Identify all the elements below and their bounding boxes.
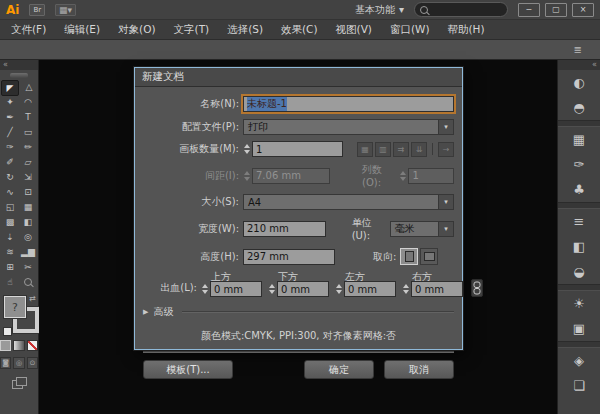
menu-edit[interactable]: 编辑(E) — [55, 20, 109, 39]
width-input[interactable]: 210 mm — [243, 221, 326, 237]
cancel-button[interactable]: 取消 — [384, 360, 454, 379]
workspace-switcher[interactable]: 基本功能 ▾ — [355, 3, 404, 17]
appearance-panel-icon[interactable]: ☀ — [558, 291, 600, 316]
bleed-bottom-stepper[interactable] — [268, 284, 276, 294]
menu-object[interactable]: 对象(O) — [109, 20, 164, 39]
brushes-panel-icon[interactable]: ✑ — [558, 152, 600, 177]
units-select[interactable]: 毫米 ▾ — [390, 221, 454, 237]
bleed-top-stepper[interactable] — [201, 284, 209, 294]
search-input[interactable] — [428, 4, 492, 16]
eyedropper-tool[interactable]: ⇣ — [2, 230, 18, 244]
menu-help[interactable]: 帮助(H) — [439, 20, 494, 39]
landscape-button[interactable] — [420, 248, 438, 265]
templates-button[interactable]: 模板(T)... — [143, 360, 233, 379]
scale-tool[interactable]: ⇲ — [20, 170, 36, 184]
bridge-button[interactable]: Br — [29, 4, 45, 16]
pen-tool[interactable]: ✒ — [2, 110, 18, 124]
eraser-tool[interactable]: ▱ — [20, 155, 36, 169]
width-tool[interactable]: ∿ — [2, 185, 18, 199]
symbols-panel-icon[interactable]: ♣ — [558, 177, 600, 202]
lasso-tool[interactable]: ◠ — [20, 95, 36, 109]
column-graph-tool[interactable]: ▂▆ — [20, 245, 36, 259]
name-input[interactable]: 未标题-1 — [243, 96, 454, 112]
height-input[interactable]: 297 mm — [243, 249, 335, 265]
arrange-by-column-icon[interactable]: ⇊ — [411, 142, 427, 157]
swatches-panel-icon[interactable]: ▦ — [558, 127, 600, 152]
type-tool[interactable]: T — [20, 110, 36, 124]
menu-window[interactable]: 窗口(W) — [381, 20, 439, 39]
magic-wand-tool[interactable]: ✦ — [2, 95, 18, 109]
menu-view[interactable]: 视图(V) — [327, 20, 381, 39]
color-guide-panel-icon[interactable]: ◓ — [558, 95, 600, 120]
canvas[interactable]: 新建文档 名称(N): 未标题-1 配置文件(P): 打印 ▾ — [39, 60, 557, 414]
close-button[interactable]: × — [572, 3, 594, 17]
gradient-tool[interactable]: ◧ — [20, 215, 36, 229]
none-button[interactable] — [27, 340, 38, 351]
ok-button[interactable]: 确定 — [304, 360, 374, 379]
artboards-input[interactable]: 1 — [252, 141, 343, 157]
stroke-panel-icon[interactable]: ≡ — [558, 209, 600, 234]
graphic-styles-panel-icon[interactable]: ▣ — [558, 316, 600, 341]
line-segment-tool[interactable]: ╱ — [2, 125, 18, 139]
tools-panel-grip[interactable] — [10, 73, 28, 78]
control-panel-menu-icon[interactable]: ≣ — [574, 44, 582, 55]
free-transform-tool[interactable]: ⊡ — [20, 185, 36, 199]
bleed-top-input[interactable]: 0 mm — [210, 281, 262, 297]
fill-stroke-control[interactable]: ? ⇄ — [2, 296, 36, 336]
bleed-left-input[interactable]: 0 mm — [344, 281, 396, 297]
advanced-section-toggle[interactable]: ▶ 高级 — [143, 305, 454, 319]
blend-tool[interactable]: ◎ — [20, 230, 36, 244]
paintbrush-tool[interactable]: ✑ — [2, 140, 18, 154]
zoom-tool[interactable] — [20, 275, 36, 289]
blob-brush-tool[interactable]: ✐ — [2, 155, 18, 169]
grid-by-row-icon[interactable]: ▦ — [357, 142, 373, 157]
portrait-button[interactable] — [400, 248, 418, 265]
size-select[interactable]: A4 ▾ — [243, 194, 454, 210]
profile-select[interactable]: 打印 ▾ — [243, 119, 454, 135]
gradient-button[interactable] — [13, 340, 24, 351]
mesh-tool[interactable]: ▩ — [2, 215, 18, 229]
change-direction-icon[interactable]: → — [438, 142, 454, 157]
bleed-link-button[interactable] — [471, 279, 483, 297]
symbol-sprayer-tool[interactable]: ≋ — [2, 245, 18, 259]
screen-mode-button[interactable] — [12, 377, 26, 388]
hand-tool[interactable]: ☝ — [2, 275, 18, 289]
bleed-right-stepper[interactable] — [402, 284, 410, 294]
swap-fill-stroke-icon[interactable]: ⇄ — [29, 294, 36, 303]
pencil-tool[interactable]: ✏ — [20, 140, 36, 154]
maximize-button[interactable]: ▢ — [545, 3, 567, 17]
rotate-tool[interactable]: ↻ — [2, 170, 18, 184]
grid-by-column-icon[interactable]: ▥ — [375, 142, 391, 157]
default-fill-stroke-icon[interactable] — [3, 327, 12, 336]
draw-normal-button[interactable]: ◙ — [0, 357, 11, 369]
draw-behind-button[interactable]: ◎ — [13, 357, 24, 369]
search-box[interactable] — [414, 2, 508, 17]
artboards-panel-icon[interactable]: ❏ — [558, 373, 600, 398]
menu-effect[interactable]: 效果(C) — [272, 20, 327, 39]
menu-file[interactable]: 文件(F) — [2, 20, 55, 39]
shape-builder-tool[interactable]: ◱ — [2, 200, 18, 214]
bleed-bottom-input[interactable]: 0 mm — [277, 281, 329, 297]
bleed-left-stepper[interactable] — [335, 284, 343, 294]
gradient-panel-icon[interactable]: ◧ — [558, 234, 600, 259]
menu-select[interactable]: 选择(S) — [218, 20, 272, 39]
fill-swatch[interactable]: ? — [4, 296, 26, 318]
artboard-tool[interactable]: ⊞ — [2, 260, 18, 274]
dock-collapse-icon[interactable]: « — [558, 60, 600, 70]
direct-selection-tool[interactable]: △ — [21, 80, 37, 94]
bleed-right-input[interactable]: 0 mm — [411, 281, 463, 297]
artboards-stepper[interactable] — [243, 144, 251, 154]
tools-collapse-icon[interactable]: « — [0, 60, 38, 70]
minimize-button[interactable]: ─ — [518, 3, 540, 17]
selection-tool[interactable]: ◤ — [1, 80, 19, 96]
layers-panel-icon[interactable]: ◈ — [558, 348, 600, 373]
arrange-documents-button[interactable]: ▦ ▾ — [55, 4, 76, 16]
rectangle-tool[interactable]: ▭ — [20, 125, 36, 139]
color-panel-icon[interactable]: ◐ — [558, 70, 600, 95]
transparency-panel-icon[interactable]: ◒ — [558, 259, 600, 284]
color-button[interactable] — [0, 340, 11, 351]
perspective-grid-tool[interactable]: ▦ — [20, 200, 36, 214]
slice-tool[interactable]: ✂ — [20, 260, 36, 274]
draw-inside-button[interactable]: ⊙ — [27, 357, 38, 369]
menu-type[interactable]: 文字(T) — [165, 20, 219, 39]
